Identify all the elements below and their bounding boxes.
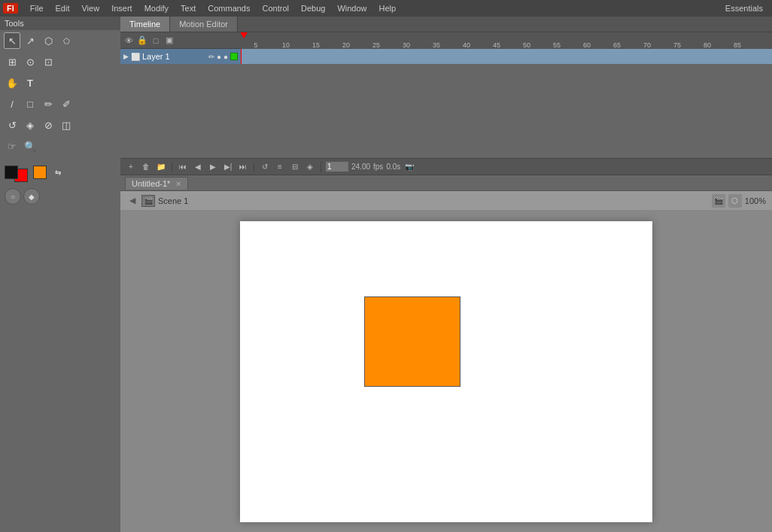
play-btn[interactable]: ▶ — [207, 161, 219, 173]
onion-btn[interactable]: ◈ — [304, 161, 316, 173]
essential-workspace[interactable]: Essentials — [719, 2, 769, 14]
timeline-layer: ▶ ⬜ Layer 1 ✏ ● ● — [120, 49, 772, 64]
playhead-marker[interactable] — [241, 32, 247, 49]
pan-tool[interactable]: ☞ — [4, 138, 20, 154]
symbol-tool[interactable]: ◆ — [23, 188, 40, 205]
right-panel: Timeline Motion Editor 👁 🔒 □ ▣ 5 10 15 2… — [120, 17, 772, 532]
camera-icon[interactable]: 📷 — [403, 161, 415, 173]
stroke-color[interactable] — [5, 166, 18, 179]
menu-commands[interactable]: Commands — [202, 2, 256, 14]
go-last-btn[interactable]: ⏭ — [237, 161, 249, 173]
ruler-35: 35 — [421, 41, 451, 49]
ruler-15: 15 — [301, 41, 331, 49]
stage-tab[interactable]: Untitled-1* ✕ — [125, 177, 188, 190]
menu-modify[interactable]: Modify — [138, 2, 175, 14]
bucket-tool[interactable]: ◈ — [22, 117, 38, 133]
layer-edit-icon[interactable]: ✏ — [208, 53, 214, 61]
line-tool[interactable]: / — [4, 96, 20, 112]
eraser-tool[interactable]: ◫ — [58, 117, 74, 133]
layer-left: ▶ ⬜ Layer 1 ✏ ● ● — [120, 52, 241, 61]
swap-colors-icon[interactable]: ⇆ — [50, 164, 66, 181]
stage-canvas[interactable] — [120, 211, 772, 532]
text-tool[interactable]: T — [22, 74, 38, 91]
ruler-45: 45 — [482, 41, 512, 49]
ruler-25: 25 — [361, 41, 391, 49]
app-logo: Fl — [3, 3, 18, 14]
menu-view[interactable]: View — [75, 2, 105, 14]
tool-row-3: ✋ T — [0, 72, 120, 93]
layer-frames[interactable] — [241, 49, 772, 64]
canvas-white[interactable] — [240, 221, 652, 522]
timeline-frames[interactable] — [120, 64, 772, 158]
hand-tool[interactable]: ✋ — [4, 74, 20, 91]
layer-name[interactable]: Layer 1 — [142, 52, 170, 61]
resize-btn[interactable]: ⊟ — [289, 161, 301, 173]
ruler-70: 70 — [632, 41, 662, 49]
brush-tool[interactable]: ✐ — [58, 96, 74, 112]
menu-insert[interactable]: Insert — [105, 2, 138, 14]
color-row: ⇆ — [0, 160, 120, 185]
menu-file[interactable]: File — [24, 2, 50, 14]
orange-rectangle[interactable] — [364, 296, 460, 387]
menu-debug[interactable]: Debug — [295, 2, 331, 14]
scene-zoom: 🎬 ⬡ 100% — [712, 194, 766, 208]
loop-btn[interactable]: ↺ — [259, 161, 271, 173]
ruler-60: 60 — [572, 41, 602, 49]
oval-tool[interactable]: ○ — [5, 188, 21, 205]
tab-motion-editor[interactable]: Motion Editor — [170, 17, 238, 32]
zoom-tool[interactable]: 🔍 — [22, 138, 38, 154]
freetransform-tool[interactable]: ⊞ — [4, 53, 20, 70]
stage-tab-close[interactable]: ✕ — [175, 180, 181, 188]
dropper-tool[interactable]: ⊘ — [40, 117, 56, 133]
scene-back-btn[interactable]: ◀ — [126, 195, 138, 207]
rect-tool[interactable]: □ — [22, 96, 38, 112]
menu-control[interactable]: Control — [257, 2, 295, 14]
ruler-80: 80 — [692, 41, 722, 49]
rotate-tool[interactable]: ↺ — [4, 117, 20, 133]
separator2 — [254, 162, 254, 172]
frame-number-input[interactable] — [326, 162, 348, 172]
zoom-icon1[interactable]: 🎬 — [712, 194, 725, 208]
add-layer-btn[interactable]: + — [125, 161, 137, 173]
fill-color2[interactable] — [33, 166, 47, 179]
time-display: 0.0s — [386, 163, 400, 171]
settings-btn[interactable]: ≡ — [274, 161, 286, 173]
ruler-10: 10 — [271, 41, 301, 49]
3d-tool[interactable]: ⊙ — [22, 53, 38, 70]
layer-visible-icon[interactable]: ● — [217, 53, 221, 61]
layer-folder-btn[interactable]: 📁 — [155, 161, 167, 173]
outline-icon[interactable]: □ — [150, 35, 161, 46]
polygon-tool[interactable]: ⬠ — [58, 32, 74, 49]
ruler-75: 75 — [662, 41, 692, 49]
go-first-btn[interactable]: ⏮ — [177, 161, 189, 173]
stage-tab-label: Untitled-1* — [132, 179, 170, 188]
menu-text[interactable]: Text — [175, 2, 202, 14]
ruler-20: 20 — [331, 41, 361, 49]
arrow-tool[interactable]: ↖ — [4, 32, 20, 49]
tool-row-4: / □ ✏ ✐ — [0, 93, 120, 114]
lock-icon[interactable]: 🔒 — [137, 35, 147, 46]
zoom-icon2[interactable]: ⬡ — [728, 194, 742, 208]
scene-name: Scene 1 — [158, 196, 188, 205]
stage-bar: Untitled-1* ✕ — [120, 175, 772, 191]
camera-tool[interactable]: ⊡ — [40, 53, 56, 70]
pencil-tool[interactable]: ✏ — [40, 96, 56, 112]
ruler-65: 65 — [602, 41, 632, 49]
go-next-btn[interactable]: ▶| — [222, 161, 234, 173]
timeline-ruler: 5 10 15 20 25 30 35 40 45 50 55 60 65 70 — [241, 32, 772, 49]
tab-timeline[interactable]: Timeline — [120, 17, 170, 32]
menu-window[interactable]: Window — [331, 2, 372, 14]
separator3 — [321, 162, 321, 172]
lasso-tool[interactable]: ⬡ — [40, 32, 56, 49]
subselect-tool[interactable]: ↗ — [22, 32, 38, 49]
tool-bottom: ○ ◆ — [0, 185, 120, 208]
separator — [172, 162, 172, 172]
layer-dot-icon[interactable]: ● — [223, 53, 228, 61]
eye-icon[interactable]: 👁 — [123, 35, 134, 46]
menu-help[interactable]: Help — [373, 2, 403, 14]
delete-layer-btn[interactable]: 🗑 — [140, 161, 152, 173]
go-prev-btn[interactable]: ◀ — [192, 161, 204, 173]
menu-edit[interactable]: Edit — [50, 2, 76, 14]
layer-expand-icon[interactable]: ▶ — [123, 53, 129, 60]
frame-icon[interactable]: ▣ — [164, 35, 175, 46]
